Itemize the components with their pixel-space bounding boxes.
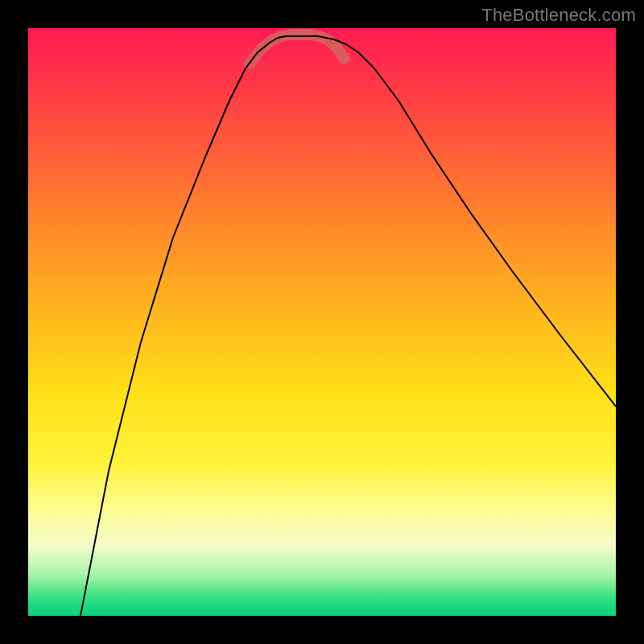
plot-background-gradient [28, 28, 616, 616]
watermark-text: TheBottleneck.com [481, 5, 636, 26]
chart-frame: TheBottleneck.com [0, 0, 644, 644]
